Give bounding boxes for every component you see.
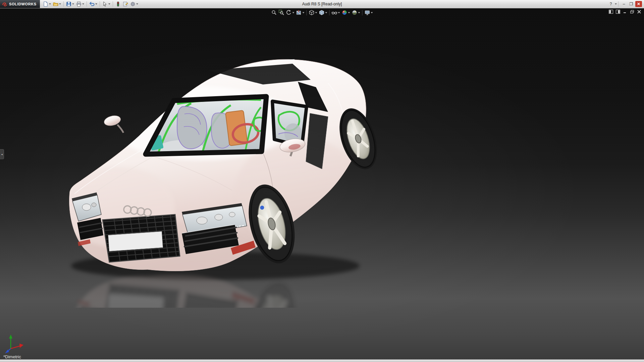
z-axis-arrow [5,349,11,353]
zoom-to-fit-button[interactable] [271,9,278,16]
file-properties-icon [123,1,128,7]
brand-text: SOLIDWORKS [9,2,37,6]
rebuild-button[interactable] [115,1,121,7]
display-style-caret[interactable] [325,12,327,13]
window-controls: ? – ❐ ✕ [607,1,644,7]
options-gear-icon [130,1,136,7]
status-bar [0,359,644,362]
undo-button[interactable] [89,1,98,7]
view-orientation-label: *Dimetric [3,354,21,359]
doc-restore-icon[interactable] [629,9,635,14]
minimize-button[interactable]: – [621,1,627,7]
toolbar-separator [618,1,619,7]
windshield [142,93,270,159]
restore-button[interactable]: ❐ [628,1,635,7]
heads-up-view-toolbar [271,9,374,16]
tile-right-icon[interactable] [615,9,621,14]
feature-manager-collapsed-tab[interactable]: ◂ [0,149,4,159]
hud-separator [329,10,330,15]
undo-arrow-icon [89,1,95,7]
save-dropdown-caret[interactable] [72,3,74,5]
file-properties-button[interactable] [122,1,129,7]
save-button[interactable] [65,1,75,7]
car-geometry [61,59,384,284]
edit-appearance-button[interactable] [341,9,351,16]
rebuild-traffic-icon [115,1,121,7]
apply-scene-button[interactable] [351,9,361,16]
help-button[interactable]: ? [607,1,614,7]
view-settings-caret[interactable] [371,12,373,13]
select-dropdown-caret[interactable] [108,3,110,5]
section-view-caret[interactable] [303,12,305,13]
hide-show-glasses-icon [332,10,337,15]
undo-dropdown-caret[interactable] [95,3,97,5]
car-body [61,59,366,284]
previous-view-button[interactable] [285,9,295,16]
section-view-button[interactable] [296,9,305,16]
open-dropdown-caret[interactable] [59,3,61,5]
x-axis-arrow [11,344,23,349]
edit-appearance-caret[interactable] [348,12,350,13]
hud-separator [362,10,363,15]
car-3d-model[interactable] [58,50,386,308]
print-button[interactable] [75,1,85,7]
left-mirror [103,114,123,133]
orientation-triad [4,333,25,354]
open-folder-icon [53,1,58,7]
tile-left-icon[interactable] [608,9,614,14]
print-icon [76,1,82,7]
toolbar-separator [100,1,100,7]
title-bar: SOLIDWORKS [0,0,644,8]
y-axis-arrow [9,335,12,349]
toolbar-separator [63,1,64,7]
view-orientation-cube-icon [309,10,315,15]
new-dropdown-caret[interactable] [49,3,51,5]
graphics-viewport[interactable]: ◂ [0,8,644,362]
print-dropdown-caret[interactable] [82,3,84,5]
section-view-icon [296,10,302,15]
previous-view-icon [286,10,292,15]
view-orientation-caret[interactable] [315,12,317,13]
solidworks-logo-icon [2,1,7,7]
view-settings-button[interactable] [364,9,374,16]
doc-minimize-icon[interactable] [622,9,628,14]
hide-show-caret[interactable] [338,12,340,13]
select-button[interactable] [102,1,111,7]
open-button[interactable] [52,1,62,7]
zoom-to-area-icon [279,10,284,15]
toolbar-separator [87,1,87,7]
previous-view-caret[interactable] [292,12,294,13]
zoom-to-area-button[interactable] [278,9,285,16]
doc-close-icon[interactable] [636,9,642,14]
close-button[interactable]: ✕ [635,1,642,7]
help-dropdown-caret[interactable] [615,3,617,5]
toolbar-separator [113,1,113,7]
view-orientation-button[interactable] [308,9,318,16]
edit-appearance-ball-icon [342,10,347,15]
options-dropdown-caret[interactable] [136,3,138,5]
new-document-icon [43,1,48,7]
new-button[interactable] [42,1,52,7]
apply-scene-caret[interactable] [358,12,360,13]
display-style-icon [319,10,325,15]
hud-separator [307,10,307,15]
apply-scene-icon [352,10,358,15]
view-settings-icon [365,10,370,15]
options-button[interactable] [129,1,139,7]
solidworks-logo[interactable]: SOLIDWORKS [0,0,40,8]
zoom-to-fit-icon [271,10,277,15]
save-floppy-icon [66,1,71,7]
standard-toolbar [42,1,139,7]
select-cursor-icon [102,1,108,7]
hide-show-items-button[interactable] [331,9,341,16]
display-style-button[interactable] [318,9,328,16]
document-window-controls [608,9,642,14]
